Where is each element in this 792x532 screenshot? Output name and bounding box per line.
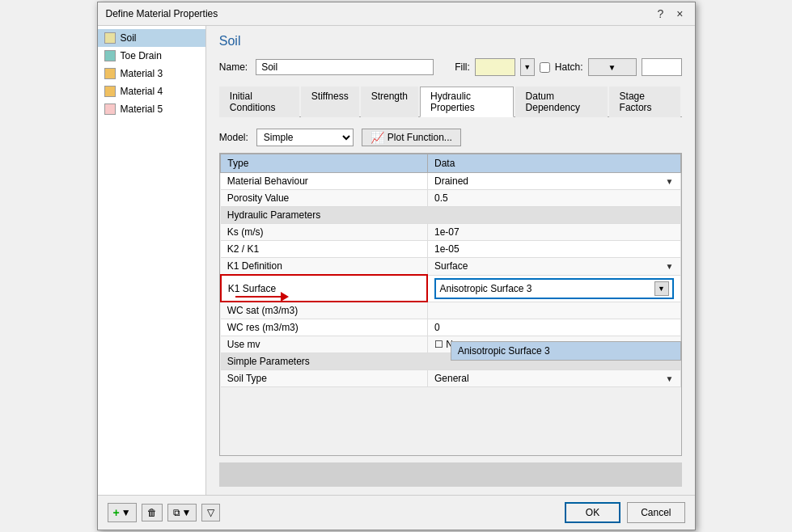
- table-row[interactable]: K1 SurfaceAnisotropic Surface 3▼: [221, 275, 680, 302]
- sidebar-item-material-5[interactable]: Material 5: [98, 100, 205, 118]
- sidebar-label-soil: Soil: [121, 32, 137, 44]
- sidebar-label-material-3: Material 3: [121, 68, 163, 79]
- sidebar-item-material-3[interactable]: Material 3: [98, 65, 205, 82]
- k1-surface-dropdown-overlay: Anisotropic Surface 3: [451, 341, 681, 361]
- filter-button[interactable]: ▽: [201, 504, 220, 521]
- table-cell-type: K1 Surface: [221, 275, 428, 302]
- table-row: K2 / K11e-05: [221, 241, 680, 258]
- dialog: Define Material Properties ? × SoilToe D…: [97, 2, 696, 530]
- table-cell-type: WC sat (m3/m3): [221, 302, 428, 319]
- k1-surface-dropdown-btn[interactable]: ▼: [654, 281, 669, 296]
- table-row[interactable]: K1 DefinitionSurface▼: [221, 258, 680, 276]
- delete-button[interactable]: 🗑: [142, 504, 163, 521]
- model-row: Model: Simple 📈 Plot Function...: [219, 129, 682, 146]
- cell-value: Surface: [434, 260, 468, 272]
- add-button[interactable]: + ▼: [108, 503, 137, 522]
- k1-surface-value: Anisotropic Surface 3: [439, 283, 532, 294]
- table-header-row: Type Data: [221, 154, 680, 173]
- cell-value: Drained: [434, 175, 468, 187]
- table-row: Ks (m/s)1e-07: [221, 224, 680, 241]
- table-cell-type: K1 Definition: [221, 258, 428, 276]
- sidebar-label-material-4: Material 4: [121, 86, 163, 97]
- table-cell-data: [427, 302, 680, 319]
- hatch-dropdown-button[interactable]: ▼: [588, 58, 637, 76]
- titlebar-controls: ? ×: [654, 7, 687, 20]
- table-cell-data[interactable]: General▼: [427, 370, 680, 387]
- sidebar-item-soil[interactable]: Soil: [98, 29, 205, 47]
- dropdown-arrow-icon: ▼: [666, 177, 674, 186]
- tab-hydraulic[interactable]: Hydraulic Properties: [420, 87, 514, 117]
- dropdown-arrow-add: ▼: [121, 507, 131, 518]
- panel-title: Soil: [219, 34, 682, 49]
- dropdown-cell[interactable]: Drained▼: [434, 175, 674, 187]
- model-select[interactable]: Simple: [256, 129, 354, 146]
- tab-stiffness[interactable]: Stiffness: [301, 87, 359, 117]
- table-row: WC sat (m3/m3): [221, 302, 680, 319]
- sidebar-color-material-4: [104, 86, 116, 97]
- plot-btn-label: Plot Function...: [388, 132, 452, 143]
- table-row: WC res (m3/m3)0: [221, 319, 680, 336]
- sidebar-color-material-3: [104, 68, 116, 79]
- sidebar-color-soil: [104, 32, 116, 44]
- properties-table-container: Type Data Material BehaviourDrained▼Poro…: [219, 153, 682, 456]
- table-cell-data[interactable]: Surface▼: [427, 258, 680, 276]
- trash-icon: 🗑: [147, 507, 157, 518]
- name-input[interactable]: [256, 59, 434, 75]
- table-cell-data: 0.5: [427, 190, 680, 207]
- sidebar-label-material-5: Material 5: [121, 103, 163, 115]
- titlebar: Define Material Properties ? ×: [98, 2, 695, 26]
- hatch-checkbox[interactable]: [540, 62, 550, 73]
- table-cell-type: Ks (m/s): [221, 224, 428, 241]
- table-cell-data[interactable]: Anisotropic Surface 3▼: [427, 275, 680, 302]
- dropdown-cell[interactable]: General▼: [434, 373, 674, 384]
- tabs-row: Initial ConditionsStiffnessStrengthHydra…: [219, 86, 682, 117]
- table-cell-type: K2 / K1: [221, 241, 428, 258]
- chart-icon: 📈: [371, 131, 384, 144]
- tab-initial[interactable]: Initial Conditions: [219, 87, 299, 117]
- col-type-header: Type: [221, 154, 428, 173]
- table-cell-type: Porosity Value: [221, 190, 428, 207]
- close-button[interactable]: ×: [673, 7, 686, 20]
- table-cell-data[interactable]: Drained▼: [427, 173, 680, 190]
- table-section-hydraulic-parameters: Hydraulic Parameters: [221, 207, 680, 224]
- sidebar-label-toe-drain: Toe Drain: [121, 50, 162, 61]
- help-button[interactable]: ?: [654, 7, 667, 20]
- dialog-title: Define Material Properties: [106, 8, 218, 19]
- sidebar-item-toe-drain[interactable]: Toe Drain: [98, 47, 205, 65]
- hatch-section: Hatch: ▼: [540, 58, 682, 76]
- sidebar-color-toe-drain: [104, 50, 116, 61]
- ok-cancel-buttons: OK Cancel: [565, 502, 685, 523]
- ok-button[interactable]: OK: [565, 502, 620, 523]
- gray-spacer: [219, 462, 682, 487]
- name-fill-row: Name: Fill: ▼ Hatch: ▼: [219, 58, 682, 76]
- dropdown-cell[interactable]: Surface▼: [434, 260, 674, 272]
- sidebar-color-material-5: [104, 103, 116, 115]
- copy-button[interactable]: ⧉ ▼: [167, 504, 197, 521]
- dropdown-option-anisotropic[interactable]: Anisotropic Surface 3: [451, 342, 680, 360]
- fill-dropdown-button[interactable]: ▼: [520, 58, 535, 76]
- sidebar-item-material-4[interactable]: Material 4: [98, 82, 205, 100]
- name-label: Name:: [219, 61, 248, 73]
- tab-datum[interactable]: Datum Dependency: [515, 87, 608, 117]
- fill-color-swatch[interactable]: [475, 58, 515, 76]
- dropdown-arrow-copy: ▼: [182, 507, 192, 518]
- table-row[interactable]: Soil TypeGeneral▼: [221, 370, 680, 387]
- cancel-button[interactable]: Cancel: [627, 502, 684, 523]
- k1-surface-cell[interactable]: Anisotropic Surface 3▼: [434, 278, 673, 299]
- plot-function-button[interactable]: 📈 Plot Function...: [362, 129, 461, 146]
- tab-strength[interactable]: Strength: [361, 87, 418, 117]
- sidebar: SoilToe DrainMaterial 3Material 4Materia…: [98, 26, 206, 495]
- table-cell-data: 1e-07: [427, 224, 680, 241]
- table-cell-data: 0: [427, 319, 680, 336]
- table-cell-type: WC res (m3/m3): [221, 319, 428, 336]
- table-row: Hydraulic Parameters: [221, 207, 680, 224]
- dropdown-arrow-icon: ▼: [666, 262, 674, 271]
- table-cell-data: 1e-05: [427, 241, 680, 258]
- tab-stage[interactable]: Stage Factors: [609, 87, 680, 117]
- dialog-body: SoilToe DrainMaterial 3Material 4Materia…: [98, 26, 695, 495]
- table-row[interactable]: Material BehaviourDrained▼: [221, 173, 680, 190]
- hatch-color-swatch: [642, 58, 682, 76]
- table-cell-type: Material Behaviour: [221, 173, 428, 190]
- fill-section: Fill: ▼ Hatch: ▼: [455, 58, 681, 76]
- cell-value: General: [434, 373, 469, 384]
